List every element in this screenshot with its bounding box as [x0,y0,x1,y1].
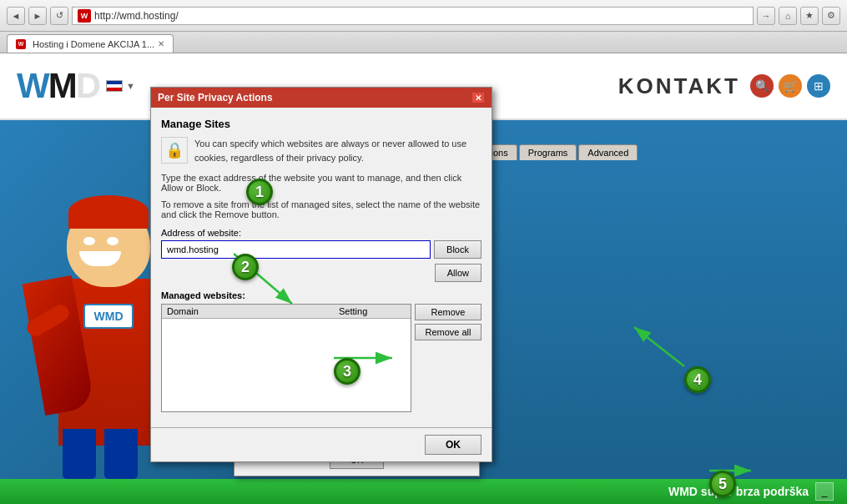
per-site-privacy-dialog: Per Site Privacy Actions ✕ Manage Sites … [150,87,492,462]
tab-close-button[interactable]: ✕ [158,39,164,48]
tab-programs[interactable]: Programs [519,144,577,160]
arrow4-overlay [584,120,751,454]
active-tab[interactable]: W Hosting i Domene AKCIJA 1... ✕ [7,34,174,53]
managed-table: Domain Setting [161,304,411,412]
address-input[interactable] [161,240,431,259]
badge-4: 4 [684,366,711,393]
minimize-icon[interactable]: _ [815,482,834,501]
allow-button[interactable]: Allow [435,264,481,282]
browser-chrome: ◄ ► ↺ W http://wmd.hosting/ → ⌂ ★ ⚙ W Ho… [0,0,847,504]
manage-sites-header: Manage Sites [161,118,481,130]
address-section: Address of website: Block Allow [161,228,481,417]
flag-icon [106,80,123,92]
forward-button[interactable]: ► [28,7,47,25]
info-text1: You can specify which websites are alway… [194,137,481,164]
back-button[interactable]: ◄ [7,7,25,25]
privacy-titlebar: Per Site Privacy Actions ✕ [151,88,492,108]
browser-toolbar: ◄ ► ↺ W http://wmd.hosting/ → ⌂ ★ ⚙ [0,0,847,32]
badge-5: 5 [709,471,736,497]
badge-2: 2 [232,254,259,280]
col-setting: Setting [339,306,406,316]
privacy-ok-button[interactable]: OK [425,435,481,455]
grid-icon[interactable]: ⊞ [807,74,830,98]
badge-3: 3 [334,358,360,385]
managed-label: Managed websites: [161,290,481,300]
search-icon[interactable]: 🔍 [750,74,774,98]
privacy-footer: OK [151,427,492,461]
go-button[interactable]: → [757,7,775,25]
remove-all-button[interactable]: Remove all [415,324,481,340]
kontakt-icons: 🔍 🛒 ⊞ [750,74,830,98]
managed-table-container: Domain Setting Remove Remove all [161,304,481,417]
managed-table-header: Domain Setting [162,305,411,319]
address-bar[interactable]: W http://wmd.hosting/ [72,7,754,25]
settings-button[interactable]: ⚙ [822,7,840,25]
privacy-info-icon: 🔒 [161,137,188,164]
tab-title: Hosting i Domene AKCIJA 1... [33,39,154,49]
privacy-body: Manage Sites 🔒 You can specify which web… [151,108,492,427]
cart-icon[interactable]: 🛒 [779,74,802,98]
favorites-button[interactable]: ★ [800,7,819,25]
favicon-icon: W [78,9,91,23]
tab-favicon: W [16,39,26,49]
home-button[interactable]: ⌂ [779,7,797,25]
svg-line-5 [634,327,684,366]
dropdown-arrow[interactable]: ▼ [126,81,135,91]
address-row: Block [161,240,481,259]
kontakt-label: KONTAKT [618,73,740,99]
badge-1: 1 [246,179,273,205]
address-label: Address of website: [161,228,481,238]
block-button[interactable]: Block [434,240,481,259]
managed-table-wrap: Domain Setting [161,304,411,417]
col-domain: Domain [167,306,339,316]
side-buttons: Remove Remove all [415,304,481,417]
wmd-logo: WMD [17,66,99,106]
arrow5-overlay [626,120,793,504]
privacy-title: Per Site Privacy Actions [158,92,273,103]
url-text: http://wmd.hosting/ [94,10,179,22]
page-content: WMD ▼ KONTAKT 🔍 🛒 ⊞ WMD [0,53,847,504]
bottom-bar-text: WMD super brza podrška [668,485,809,498]
refresh-button[interactable]: ↺ [50,7,68,25]
info-text3: To remove a site from the list of manage… [161,199,481,219]
tab-bar: W Hosting i Domene AKCIJA 1... ✕ [0,32,847,53]
info-box: 🔒 You can specify which websites are alw… [161,137,481,164]
info-text2: Type the exact address of the website yo… [161,173,481,193]
privacy-close-button[interactable]: ✕ [471,92,485,103]
remove-button[interactable]: Remove [415,304,481,320]
tab-advanced[interactable]: Advanced [578,144,638,160]
